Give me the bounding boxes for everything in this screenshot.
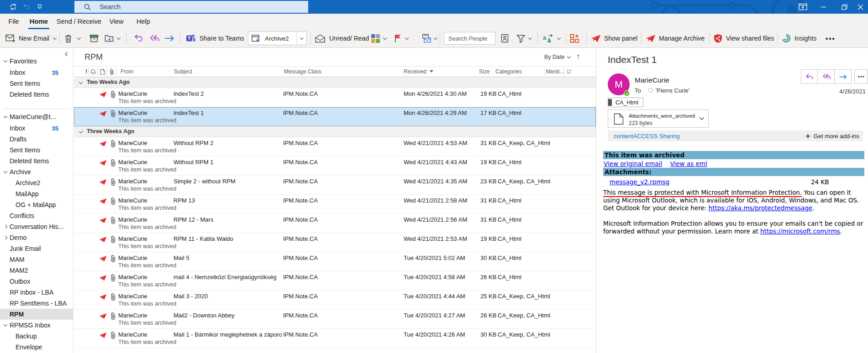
minimize-button[interactable] [814, 0, 834, 14]
sender-name[interactable]: MarieCurie [635, 76, 669, 84]
move-to-button[interactable] [105, 29, 120, 47]
sidebar-item-drafts[interactable]: Drafts [0, 134, 74, 145]
sort-direction-icon[interactable]: ↑ [576, 52, 580, 61]
sort-by-button[interactable]: By Date [544, 54, 570, 60]
sidebar-item-outbox[interactable]: Outbox [0, 276, 74, 287]
sidebar-item-rp-inbox-lba[interactable]: RP Inbox - LBA [0, 287, 74, 298]
chevron-right-icon[interactable] [4, 236, 7, 239]
share-to-teams-button[interactable]: Share to Teams [186, 29, 244, 47]
filter-email-button[interactable] [516, 29, 531, 47]
chevron-right-icon[interactable] [4, 225, 7, 228]
manage-archive-button[interactable]: Manage Archive [646, 29, 705, 47]
message-row[interactable]: MarieCurieRPM 13IPM.Note.CAWed 4/21/2021… [74, 195, 596, 214]
archive-button[interactable] [89, 29, 99, 47]
chevron-down-icon[interactable] [4, 114, 7, 118]
sidebar-section-favorites[interactable]: Favorites [0, 55, 74, 67]
new-email-button[interactable]: New Email [5, 29, 56, 47]
unread-read-button[interactable]: Unread/ Read [315, 29, 369, 47]
insights-button[interactable]: Insights [782, 29, 816, 47]
category-tag[interactable]: CA_Html [608, 98, 643, 107]
sidebar-item-rp-sentitems-lba[interactable]: RP SentItems - LBA [0, 298, 74, 309]
reminder-column-icon[interactable] [90, 69, 96, 75]
reply-all-button[interactable] [148, 29, 160, 47]
group-header-two-weeks-ago[interactable]: Two Weeks Ago [74, 77, 596, 88]
message-row[interactable]: MarieCurieSimple 2 - without RPMIPM.Note… [74, 176, 596, 195]
sidebar-item-demo[interactable]: Demo [0, 232, 74, 243]
message-row[interactable]: MarieCurieMail2 - Downton AbbeyIPM.Note.… [74, 310, 596, 329]
message-row[interactable]: MarieCurieRPM 12 - MarsIPM.Note.CAWed 4/… [74, 214, 596, 233]
attachment-chip[interactable]: Attachments_were_archived 223 bytes [608, 109, 709, 128]
column-header-subject[interactable]: Subject [174, 68, 192, 75]
chevron-down-icon[interactable] [4, 323, 7, 327]
sidebar-item-conflicts[interactable]: Conflicts [0, 210, 74, 221]
sidebar-section-mariecurie-t-[interactable]: MarieCurie@t... [0, 111, 74, 123]
tab-send-receive[interactable]: Send / Receive [55, 14, 103, 29]
combo-dropdown[interactable] [296, 32, 306, 45]
sidebar-item-rpm[interactable]: RPM [0, 309, 74, 320]
sidebar-item-mailapp[interactable]: MailApp [0, 188, 74, 199]
follow-up-button[interactable] [394, 29, 408, 47]
sidebar-item-archive[interactable]: Archive [0, 166, 74, 177]
recipient-name[interactable]: 'Pierre Curie' [656, 87, 689, 94]
column-header-size[interactable]: Size [479, 68, 489, 75]
sidebar-item-sent-items[interactable]: Sent Items [0, 78, 74, 89]
forward-button-pane[interactable] [835, 69, 852, 84]
message-row[interactable]: MarieCurieIndexTest 1IPM.Note.CAMon 4/26… [74, 107, 596, 126]
message-row[interactable]: MarieCurieWithout RPM 1IPM.Note.CAWed 4/… [74, 156, 596, 176]
sidebar-item-envelope[interactable]: Envelope [0, 342, 74, 353]
search-input[interactable]: Search [74, 1, 308, 13]
sidebar-item-archive2[interactable]: Archive2 [0, 177, 74, 188]
column-header-received[interactable]: Received [404, 68, 433, 75]
popout-window-icon[interactable] [793, 0, 813, 14]
view-shared-files-button[interactable]: View shared files [714, 29, 774, 47]
sidebar-item-og-mailapp[interactable]: OG + MailApp [0, 199, 74, 210]
message-row[interactable]: MarieCuriemail 4 - Nemzetközi Energiaügy… [74, 271, 596, 291]
categorize-button[interactable] [371, 29, 386, 47]
undo-quick-icon[interactable] [23, 3, 30, 10]
restore-button[interactable] [834, 0, 854, 14]
reply-all-button-pane[interactable] [818, 69, 835, 84]
sync-icon[interactable] [10, 3, 17, 10]
sidebar-item-deleted-items[interactable]: Deleted Items [0, 156, 74, 166]
body-link[interactable]: https://microsoft.com/rms [760, 228, 840, 235]
chevron-down-icon[interactable] [4, 170, 7, 173]
tab-view[interactable]: View [106, 14, 127, 29]
group-header-three-weeks-ago[interactable]: Three Weeks Ago [74, 126, 596, 137]
column-header-menti-[interactable]: Menti... [546, 68, 564, 75]
tab-home[interactable]: Home [26, 14, 51, 29]
sidebar-item-deleted-items[interactable]: Deleted Items [0, 89, 74, 100]
sidebar-item-mam[interactable]: MAM [0, 254, 74, 265]
close-button[interactable] [853, 0, 868, 14]
message-row[interactable]: MarieCurieMail 1 - Bármikor meglephetnek… [74, 329, 596, 348]
forward-button[interactable] [164, 29, 175, 47]
tab-help[interactable]: Help [133, 14, 153, 29]
translate-button[interactable]: a ă [543, 29, 560, 47]
sidebar-item-conversation-his-[interactable]: Conversation His... [0, 221, 74, 232]
sidebar-item-inbox[interactable]: Inbox35 [0, 67, 74, 78]
column-header-categories[interactable]: Categories [495, 68, 522, 75]
show-panel-button[interactable]: Show panel [591, 29, 637, 47]
sidebar-item-backup[interactable]: Backup [0, 331, 74, 342]
message-row[interactable]: MarieCurieWithout RPM 2IPM.Note.CAWed 4/… [74, 137, 596, 156]
view-as-eml-link[interactable]: View as eml [670, 160, 707, 167]
customize-qat-icon[interactable] [37, 4, 42, 10]
ribbon-overflow-button[interactable]: ••• [826, 29, 836, 47]
item-type-column-icon[interactable] [100, 69, 105, 75]
sidebar-item-rpmsg-inbox[interactable]: RPMSG Inbox [0, 320, 74, 331]
view-original-email-link[interactable]: View original email [604, 160, 662, 167]
delete-button[interactable] [64, 29, 80, 47]
addins-button[interactable] [570, 29, 579, 47]
message-row[interactable]: MarieCurieIndexTest 2IPM.Note.CAMon 4/26… [74, 88, 596, 107]
sidebar-item-sent-items[interactable]: Sent Items [0, 145, 74, 156]
sidebar-item-junk-email[interactable]: Junk Email [0, 243, 74, 254]
body-link[interactable]: https://aka.ms/protectedmessage [709, 204, 812, 212]
importance-column-icon[interactable]: ! [85, 68, 87, 75]
rules-button[interactable] [421, 29, 437, 47]
tab-file[interactable]: File [4, 14, 24, 29]
reply-button[interactable] [801, 69, 818, 84]
column-header-from[interactable]: From [121, 68, 133, 75]
message-row[interactable]: MarieCurieMail 3 - 2020IPM.Note.CATue 4/… [74, 291, 596, 310]
move-to-folder-combo[interactable]: Archive2 [248, 31, 307, 45]
message-row[interactable]: MarieCurieRPM 11 - Katita WaldoIPM.Note.… [74, 233, 596, 252]
undo-button[interactable] [133, 29, 144, 47]
